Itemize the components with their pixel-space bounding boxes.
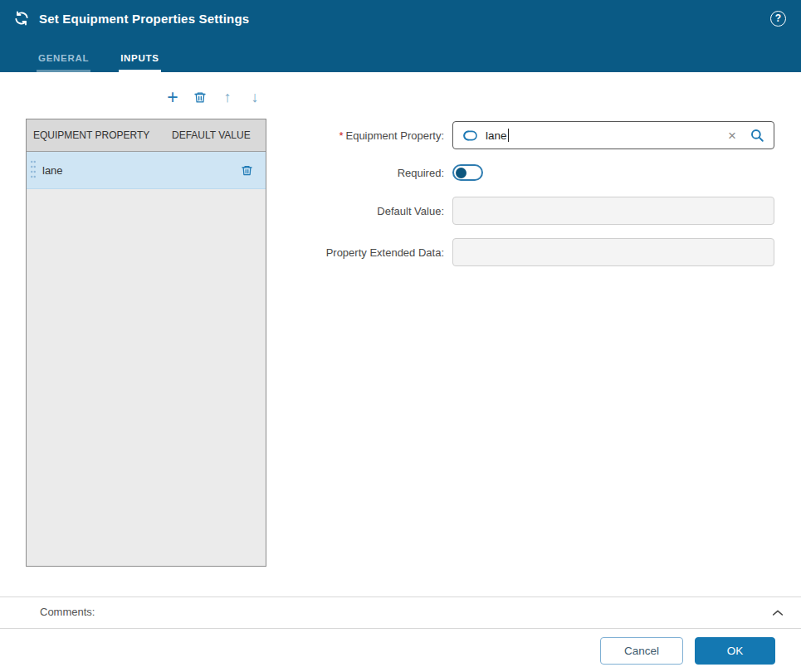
default-value-input[interactable] [452, 197, 774, 225]
required-toggle[interactable] [452, 164, 483, 181]
comments-divider-top [0, 597, 801, 597]
delete-row-button[interactable] [193, 88, 208, 106]
tab-bar: GENERAL INPUTS [37, 46, 161, 72]
ok-button[interactable]: OK [695, 637, 775, 665]
table-toolbar: + ↑ ↓ [26, 85, 266, 109]
input-details-form: *Equipment Property: lane × [245, 121, 774, 280]
add-row-button[interactable]: + [165, 88, 180, 106]
extended-data-input[interactable] [452, 238, 774, 266]
required-label: Required: [245, 167, 452, 179]
extended-data-label: Property Extended Data: [245, 246, 452, 259]
chevron-up-icon[interactable] [771, 606, 784, 620]
table-header: EQUIPMENT PROPERTY DEFAULT VALUE [27, 119, 266, 152]
search-icon[interactable] [750, 128, 764, 143]
tab-inputs[interactable]: INPUTS [119, 46, 160, 72]
move-down-button[interactable]: ↓ [247, 88, 262, 106]
dialog-title: Set Equipment Properties Settings [39, 12, 249, 26]
move-up-button[interactable]: ↑ [220, 88, 235, 106]
row-equipment-property: lane [42, 164, 63, 177]
toggle-knob [456, 168, 466, 178]
set-equipment-properties-dialog: Set Equipment Properties Settings ? GENE… [0, 0, 801, 672]
clear-icon[interactable]: × [728, 129, 736, 143]
text-caret [508, 129, 509, 142]
default-value-label: Default Value: [245, 205, 452, 217]
cancel-button[interactable]: Cancel [600, 637, 683, 665]
table-row[interactable]: lane [27, 152, 266, 189]
comments-divider-bottom [0, 628, 801, 629]
help-icon[interactable]: ? [770, 11, 786, 27]
comments-label: Comments: [40, 606, 95, 618]
drag-handle-icon[interactable] [27, 159, 40, 181]
equipment-property-label: *Equipment Property: [245, 129, 452, 142]
equipment-property-input[interactable]: lane × [452, 121, 774, 149]
dialog-header: Set Equipment Properties Settings ? GENE… [0, 0, 801, 72]
equipment-properties-table: EQUIPMENT PROPERTY DEFAULT VALUE lane [26, 119, 266, 567]
column-header-equipment-property: EQUIPMENT PROPERTY [27, 129, 172, 141]
required-asterisk: * [339, 129, 343, 142]
dialog-footer: Cancel OK [600, 637, 775, 665]
sync-icon [13, 10, 30, 27]
tab-general[interactable]: GENERAL [37, 46, 90, 72]
equipment-property-value: lane [486, 129, 507, 142]
equipment-property-icon [462, 128, 478, 144]
